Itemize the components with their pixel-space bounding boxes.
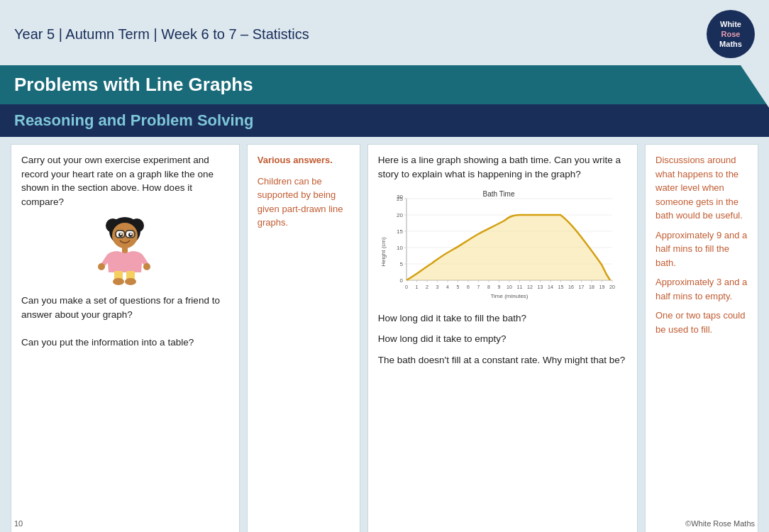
bath-time-graph: Bath Time 0 5 10 15 20 [378,188,619,301]
svg-text:15: 15 [397,228,403,235]
svg-text:4: 4 [446,284,449,289]
svg-text:0: 0 [399,277,403,284]
svg-text:17: 17 [578,284,584,289]
left-answer-line1: Various answers. [258,153,350,167]
svg-text:Height (cm): Height (cm) [380,237,387,267]
svg-text:19: 19 [599,284,604,289]
svg-text:5: 5 [399,261,403,267]
svg-point-19 [125,278,136,285]
svg-text:Time (minutes): Time (minutes) [490,293,528,299]
svg-text:7: 7 [477,284,480,289]
banner: Problems with Line Graphs [0,65,769,104]
left-para2: Can you make a set of questions for a fr… [21,294,229,321]
logo-line1: White [720,19,741,29]
svg-text:3: 3 [436,284,438,289]
svg-text:12: 12 [527,284,533,289]
svg-text:5: 5 [456,284,459,289]
banner-title: Problems with Line Graphs [14,74,755,96]
left-question-card: Carry out your own exercise experiment a… [11,144,240,532]
svg-text:2: 2 [426,284,428,289]
svg-text:30: 30 [397,194,403,200]
section-header: Reasoning and Problem Solving [0,104,769,137]
left-answer-card: Various answers. Children can be support… [247,144,360,532]
svg-rect-13 [122,248,128,253]
main-content: Carry out your own exercise experiment a… [0,137,769,532]
svg-text:16: 16 [568,284,574,289]
svg-point-15 [143,263,150,270]
right-q2: How long did it take to empty? [378,332,627,346]
logo: White Rose Maths [707,10,755,58]
svg-text:15: 15 [558,284,563,289]
svg-text:11: 11 [516,284,522,289]
svg-text:10: 10 [507,284,512,289]
svg-text:20: 20 [397,212,403,218]
svg-point-8 [120,233,122,235]
logo-line3: Maths [719,39,742,49]
svg-point-14 [98,263,105,270]
left-para3: Can you put the information into a table… [21,336,229,350]
girl-character [93,216,157,287]
svg-text:9: 9 [497,284,500,289]
character-illustration [21,216,229,287]
header-title: Year 5 | Autumn Term | Week 6 to 7 – Sta… [14,26,309,43]
footer: 10 ©White Rose Maths [0,519,769,528]
page-number: 10 [14,519,23,528]
svg-text:10: 10 [397,245,403,251]
svg-text:6: 6 [467,284,470,289]
left-para1: Carry out your own exercise experiment a… [21,153,229,209]
graph-area: Bath Time 0 5 10 15 20 [378,188,627,306]
section-title: Reasoning and Problem Solving [14,111,755,130]
right-answer-fill: Approximately 9 and a half mins to fill … [655,228,748,270]
right-answer-empty: Approximately 3 and a half mins to empty… [655,275,748,303]
graph-title: Bath Time [482,190,514,198]
right-answer-discussions: Discussions around what happens to the w… [655,153,748,223]
svg-text:18: 18 [589,284,594,289]
left-answer-line2: Children can be supported by being given… [258,174,350,230]
right-q1: How long did it take to fill the bath? [378,311,627,326]
svg-point-18 [113,278,124,285]
svg-text:14: 14 [548,284,553,289]
right-question-card: Here is a line graph showing a bath time… [367,144,638,532]
svg-text:0: 0 [405,284,408,289]
svg-text:8: 8 [487,284,490,289]
svg-point-9 [130,233,132,235]
header: Year 5 | Autumn Term | Week 6 to 7 – Sta… [0,0,769,65]
logo-line2: Rose [721,29,741,39]
right-intro: Here is a line graph showing a bath time… [378,153,627,181]
svg-text:13: 13 [537,284,543,289]
right-answer-taps: One or two taps could be used to fill. [655,309,748,336]
svg-text:1: 1 [415,284,418,289]
right-answer-card: Discussions around what happens to the w… [645,144,758,532]
right-q3: The bath doesn't fill at a constant rate… [378,353,627,367]
copyright: ©White Rose Maths [685,519,755,528]
svg-text:20: 20 [609,284,615,289]
